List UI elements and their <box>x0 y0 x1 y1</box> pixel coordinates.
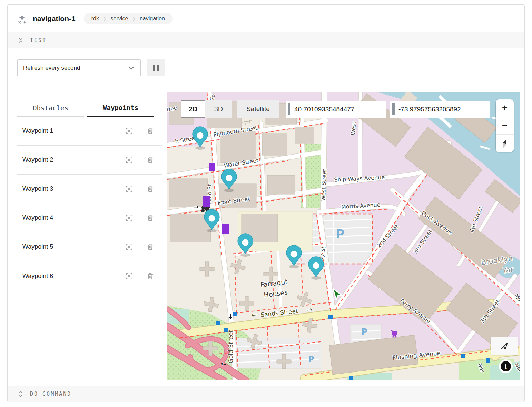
delete-waypoint-icon[interactable] <box>147 185 154 192</box>
refresh-controls: Refresh every second <box>8 48 524 87</box>
refresh-rate-value: Refresh every second <box>23 64 80 71</box>
parking-icon: P <box>308 355 314 364</box>
waypoints-panel: Obstacles Waypoints Waypoint 1 Waypoint … <box>17 92 162 380</box>
navigation-service-icon <box>17 13 27 24</box>
refresh-rate-select[interactable]: Refresh every second <box>17 59 141 76</box>
test-section-label: TEST <box>30 37 47 43</box>
breadcrumb-separator-icon: › <box>104 13 106 24</box>
waypoint-name: Waypoint 3 <box>22 185 126 192</box>
breadcrumb-item: rdk <box>91 16 99 22</box>
waypoint-row: Waypoint 4 <box>17 204 162 232</box>
latitude-input[interactable]: 40.70109335484477 <box>286 101 386 118</box>
street-label: Gold Street <box>227 330 234 363</box>
map-zoom-controls: + − <box>496 99 514 152</box>
waypoint-row: Waypoint 1 <box>17 117 162 146</box>
recenter-button[interactable] <box>491 337 518 355</box>
longitude-input[interactable]: -73.97957563205892 <box>390 101 490 118</box>
map-container[interactable]: h StreetPlymouth StreetWater StreetGold … <box>167 92 520 380</box>
signal-marker <box>328 315 333 319</box>
street-label: → <box>193 203 198 210</box>
street-label: ↓ <box>228 313 233 320</box>
street-label: ← <box>251 310 257 319</box>
obstacle-marker[interactable] <box>203 196 210 207</box>
compass-button[interactable] <box>496 135 514 152</box>
street-label: Yar <box>502 265 514 275</box>
waypoint-row: Waypoint 6 <box>17 261 162 290</box>
focus-waypoint-icon[interactable] <box>126 243 133 250</box>
focus-waypoint-icon[interactable] <box>126 127 133 135</box>
map-mode-3d-button[interactable]: 3D <box>205 100 232 118</box>
pause-icon <box>153 65 155 71</box>
focus-waypoint-icon[interactable] <box>126 272 133 280</box>
chevron-down-icon <box>129 66 134 70</box>
parking-icon: P <box>336 227 345 241</box>
breadcrumb: rdk › service › navigation <box>84 13 173 24</box>
tab-list: Obstacles Waypoints <box>17 92 162 117</box>
obstacle-marker[interactable] <box>222 224 229 234</box>
street-label: → <box>306 305 313 314</box>
zoom-out-button[interactable]: − <box>496 117 514 135</box>
focus-waypoint-icon[interactable] <box>126 214 133 221</box>
breadcrumb-item: navigation <box>140 16 165 22</box>
waypoint-list: Waypoint 1 Waypoint 2 Waypoint 3 <box>17 117 162 290</box>
delete-waypoint-icon[interactable] <box>147 272 154 280</box>
waypoint-row: Waypoint 5 <box>17 232 162 261</box>
navigation-arrow-icon <box>500 341 509 350</box>
obstacle-marker[interactable] <box>209 163 215 171</box>
waypoint-name: Waypoint 4 <box>22 214 126 221</box>
delete-waypoint-icon[interactable] <box>147 214 154 221</box>
parking-icon: P <box>361 327 367 337</box>
signal-marker <box>233 312 237 316</box>
signal-marker <box>486 358 490 363</box>
waypoint-name: Waypoint 5 <box>22 243 126 250</box>
focus-waypoint-icon[interactable] <box>126 156 133 163</box>
tab-obstacles[interactable]: Obstacles <box>17 104 84 117</box>
pause-icon <box>157 65 159 71</box>
waypoint-row: Waypoint 3 <box>17 175 162 204</box>
signal-marker <box>224 328 228 332</box>
do-command-section-header[interactable]: DO COMMAND <box>8 386 524 402</box>
tab-waypoints[interactable]: Waypoints <box>87 104 154 117</box>
test-section-header[interactable]: TEST <box>8 32 524 48</box>
zoom-in-button[interactable]: + <box>496 99 514 117</box>
street-label: West <box>349 121 357 136</box>
page-title: navigation-1 <box>33 14 76 23</box>
delete-waypoint-icon[interactable] <box>147 127 154 135</box>
signal-marker <box>349 376 353 380</box>
breadcrumb-separator-icon: › <box>133 13 135 24</box>
breadcrumb-item: service <box>111 16 128 22</box>
pause-button[interactable] <box>147 59 165 76</box>
delete-waypoint-icon[interactable] <box>147 243 154 250</box>
satellite-toggle-button[interactable]: Satellite <box>237 100 279 118</box>
waypoint-row: Waypoint 2 <box>17 146 162 175</box>
main-content: Obstacles Waypoints Waypoint 1 Waypoint … <box>8 87 524 380</box>
collapse-icon <box>18 37 24 43</box>
card-header: navigation-1 rdk › service › navigation <box>8 5 524 32</box>
do-command-label: DO COMMAND <box>30 391 71 397</box>
waypoint-name: Waypoint 2 <box>22 156 126 163</box>
attribution-button[interactable]: i <box>499 359 513 373</box>
signal-marker <box>216 321 220 325</box>
street-label: West Street <box>320 169 327 201</box>
focus-waypoint-icon[interactable] <box>126 185 133 192</box>
waypoint-name: Waypoint 6 <box>22 272 126 280</box>
waypoint-name: Waypoint 1 <box>22 127 126 135</box>
expand-icon <box>18 391 24 397</box>
compass-icon <box>499 137 511 150</box>
map-mode-2d-button[interactable]: 2D <box>181 100 205 118</box>
navigation-card: navigation-1 rdk › service › navigation … <box>7 4 525 402</box>
info-icon: i <box>501 361 511 371</box>
map-svg: h StreetPlymouth StreetWater StreetGold … <box>167 92 520 380</box>
delete-waypoint-icon[interactable] <box>147 156 154 163</box>
signal-marker <box>461 354 465 358</box>
